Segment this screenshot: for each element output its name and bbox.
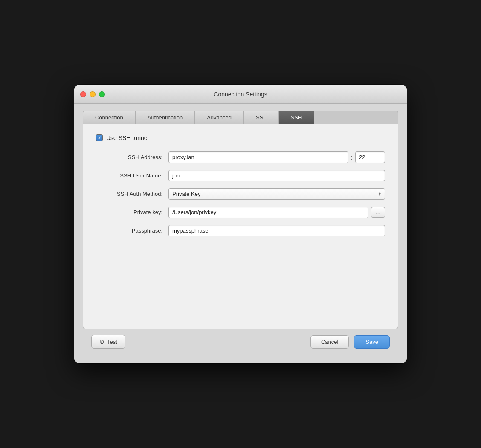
passphrase-label: Passphrase: xyxy=(96,227,168,234)
ssh-host-input[interactable] xyxy=(168,151,348,163)
ssh-address-control: : xyxy=(168,151,385,163)
ssh-username-row: SSH User Name: xyxy=(96,170,385,181)
ssh-auth-method-control: Password Private Key SSH Agent ⬍ xyxy=(168,188,385,200)
tab-bar: Connection Authentication Advanced SSL S… xyxy=(83,111,398,124)
ssh-auth-method-label: SSH Auth Method: xyxy=(96,191,168,197)
bottom-bar: ⊙ Test Cancel Save xyxy=(83,329,398,355)
traffic-lights xyxy=(80,91,105,97)
use-ssh-label: Use SSH tunnel xyxy=(106,134,149,141)
ssh-username-label: SSH User Name: xyxy=(96,172,168,179)
private-key-row: Private key: ... xyxy=(96,207,385,218)
titlebar: Connection Settings xyxy=(74,85,407,104)
tab-advanced[interactable]: Advanced xyxy=(195,111,244,124)
window-title: Connection Settings xyxy=(214,91,267,98)
tab-ssh[interactable]: SSH xyxy=(279,111,314,124)
ssh-auth-method-row: SSH Auth Method: Password Private Key SS… xyxy=(96,188,385,200)
test-button-label: Test xyxy=(107,339,117,345)
auth-method-select-wrapper: Password Private Key SSH Agent ⬍ xyxy=(168,188,385,200)
browse-button[interactable]: ... xyxy=(371,207,385,218)
passphrase-row: Passphrase: xyxy=(96,225,385,236)
tab-authentication[interactable]: Authentication xyxy=(136,111,195,124)
ssh-address-label: SSH Address: xyxy=(96,154,168,160)
minimize-button[interactable] xyxy=(90,91,96,97)
use-ssh-checkbox[interactable]: ✓ xyxy=(96,134,103,141)
content-area: ✓ Use SSH tunnel SSH Address: : SSH User… xyxy=(83,124,398,329)
private-key-input[interactable] xyxy=(168,207,368,218)
use-ssh-row: ✓ Use SSH tunnel xyxy=(96,134,385,141)
auth-method-select[interactable]: Password Private Key SSH Agent xyxy=(168,188,385,200)
passphrase-input[interactable] xyxy=(168,225,385,236)
checkmark-icon: ✓ xyxy=(98,135,101,141)
window-body: Connection Authentication Advanced SSL S… xyxy=(74,104,407,363)
ssh-username-control xyxy=(168,170,385,181)
private-key-inputs: ... xyxy=(168,207,385,218)
ssh-address-row: SSH Address: : xyxy=(96,151,385,163)
save-button[interactable]: Save xyxy=(354,335,390,349)
ssh-port-input[interactable] xyxy=(355,151,385,163)
connection-settings-window: Connection Settings Connection Authentic… xyxy=(74,85,407,363)
use-ssh-checkbox-wrapper[interactable]: ✓ Use SSH tunnel xyxy=(96,134,149,141)
right-buttons: Cancel Save xyxy=(310,335,390,349)
tab-ssl[interactable]: SSL xyxy=(244,111,279,124)
test-button[interactable]: ⊙ Test xyxy=(91,335,125,349)
private-key-label: Private key: xyxy=(96,209,168,215)
warning-icon: ⊙ xyxy=(99,338,104,345)
close-button[interactable] xyxy=(80,91,86,97)
ssh-address-inputs: : xyxy=(168,151,385,163)
colon-separator: : xyxy=(351,154,353,161)
ssh-username-input[interactable] xyxy=(168,170,385,181)
tab-connection[interactable]: Connection xyxy=(83,111,136,124)
passphrase-control xyxy=(168,225,385,236)
maximize-button[interactable] xyxy=(99,91,105,97)
private-key-control: ... xyxy=(168,207,385,218)
cancel-button[interactable]: Cancel xyxy=(310,335,349,349)
